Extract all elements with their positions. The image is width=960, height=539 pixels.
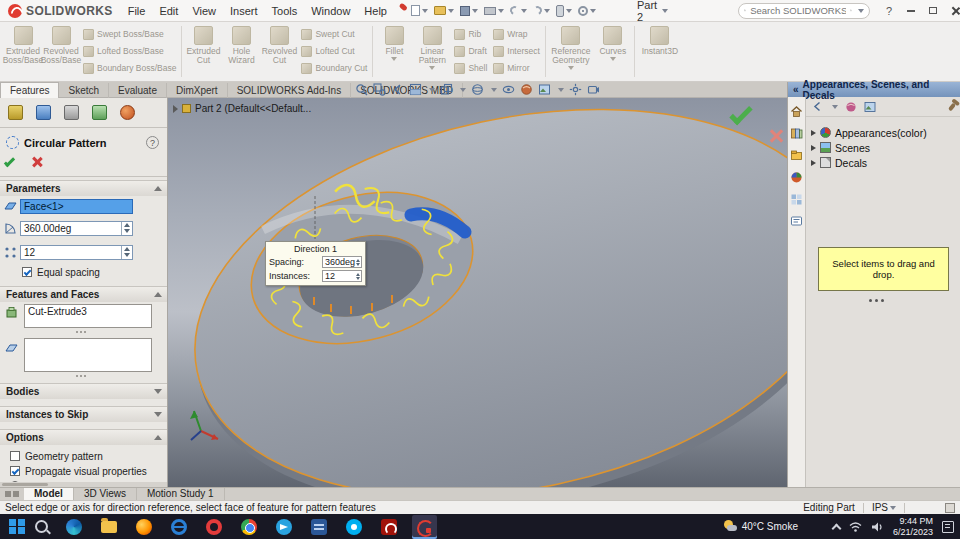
- taskbar-clock[interactable]: 9:44 PM 6/21/2023: [893, 516, 933, 538]
- chevron-down-icon[interactable]: [460, 88, 466, 92]
- undo-button[interactable]: [510, 6, 527, 15]
- appearances-icon[interactable]: [790, 171, 803, 184]
- taskbar-app-opera[interactable]: [202, 515, 227, 539]
- chevron-down-icon[interactable]: [491, 88, 497, 92]
- tab-scroll-buttons[interactable]: [0, 488, 24, 500]
- swept-cut-button[interactable]: Swept Cut: [301, 27, 367, 42]
- revolved-cut-button[interactable]: Revolved Cut: [260, 22, 298, 81]
- taskbar-app-edge[interactable]: [62, 515, 87, 539]
- hole-wizard-button[interactable]: Hole Wizard: [222, 22, 260, 81]
- pane-splitter-grip[interactable]: [869, 299, 884, 302]
- chevron-down-icon[interactable]: [832, 105, 838, 109]
- tab-3d-views[interactable]: 3D Views: [74, 488, 137, 500]
- apply-scene-icon[interactable]: [538, 83, 551, 96]
- tree-item-scenes[interactable]: Scenes: [806, 140, 960, 155]
- lofted-boss-base-button[interactable]: Lofted Boss/Base: [83, 44, 176, 59]
- display-manager-tab-icon[interactable]: [120, 105, 135, 120]
- confirmation-cancel-icon[interactable]: [768, 128, 783, 143]
- custom-properties-icon[interactable]: [790, 193, 803, 206]
- angle-spinner[interactable]: [121, 222, 132, 235]
- draft-button[interactable]: Draft: [454, 44, 487, 59]
- taskbar-app-acrobat[interactable]: [377, 515, 402, 539]
- hide-show-items-icon[interactable]: [502, 83, 515, 96]
- status-sheet-icon[interactable]: [945, 503, 955, 513]
- chevron-down-icon[interactable]: [890, 506, 896, 510]
- previous-view-icon[interactable]: [391, 83, 404, 96]
- taskbar-app-word[interactable]: [307, 515, 332, 539]
- menu-window[interactable]: Window: [304, 5, 357, 17]
- print-button[interactable]: [484, 7, 504, 15]
- menu-file[interactable]: File: [121, 5, 153, 17]
- section-instances-to-skip[interactable]: Instances to Skip: [0, 406, 168, 422]
- tree-item-decals[interactable]: Decals: [806, 155, 960, 170]
- new-document-button[interactable]: [411, 5, 428, 16]
- list-resize-grip[interactable]: [76, 375, 86, 377]
- chevron-down-icon[interactable]: [558, 88, 564, 92]
- instances-field[interactable]: 12: [322, 270, 362, 282]
- fillet-button[interactable]: Fillet: [375, 22, 413, 81]
- taskbar-app-firefox[interactable]: [132, 515, 157, 539]
- instances-spinner[interactable]: [356, 273, 361, 280]
- taskbar-search-icon[interactable]: [35, 520, 48, 533]
- propagate-visual-properties-checkbox[interactable]: [10, 466, 20, 476]
- count-spinner[interactable]: [121, 246, 132, 259]
- viewport-feature-tree[interactable]: Part 2 (Default<<Default...: [173, 103, 311, 114]
- forum-icon[interactable]: [790, 215, 803, 228]
- view-orientation-icon[interactable]: [440, 83, 453, 96]
- instant3d-button[interactable]: Instant3D: [637, 22, 683, 81]
- open-button[interactable]: [434, 6, 454, 15]
- design-library-icon[interactable]: [790, 127, 803, 140]
- options-button[interactable]: [578, 6, 596, 16]
- expand-arrow-icon[interactable]: [811, 130, 816, 136]
- feature-manager-tab-icon[interactable]: [8, 105, 23, 120]
- scroll-left-icon[interactable]: [5, 491, 11, 497]
- wrap-button[interactable]: Wrap: [493, 27, 540, 42]
- feature-help-button[interactable]: ?: [146, 136, 159, 149]
- back-arrow-icon[interactable]: [812, 101, 823, 112]
- extruded-boss-base-button[interactable]: Extruded Boss/Base: [4, 22, 42, 81]
- expand-arrow-icon[interactable]: [173, 105, 178, 113]
- display-style-icon[interactable]: [471, 83, 484, 96]
- volume-icon[interactable]: [871, 521, 884, 533]
- save-button[interactable]: [460, 6, 478, 16]
- taskbar-app-telegram[interactable]: [272, 515, 297, 539]
- ok-check-icon[interactable]: [4, 156, 15, 167]
- boundary-cut-button[interactable]: Boundary Cut: [301, 61, 367, 76]
- boundary-boss-base-button[interactable]: Boundary Boss/Base: [83, 61, 176, 76]
- scene-icon[interactable]: [864, 101, 876, 113]
- section-view-icon[interactable]: [409, 83, 422, 96]
- zoom-area-icon[interactable]: [373, 83, 386, 96]
- tab-motion-study-1[interactable]: Motion Study 1: [137, 488, 225, 500]
- collapse-icon[interactable]: «: [793, 84, 799, 95]
- linear-pattern-button[interactable]: Linear Pattern: [413, 22, 451, 81]
- wifi-icon[interactable]: [849, 521, 862, 533]
- weather-widget[interactable]: 40°C Smoke: [724, 520, 798, 533]
- minimize-button[interactable]: [900, 2, 922, 20]
- menu-tools[interactable]: Tools: [265, 5, 305, 17]
- units-selector[interactable]: IPS: [872, 502, 888, 513]
- rib-button[interactable]: Rib: [454, 27, 487, 42]
- cancel-x-icon[interactable]: [31, 156, 42, 167]
- redo-button[interactable]: [533, 6, 550, 15]
- taskbar-app-solidworks[interactable]: [412, 515, 437, 539]
- property-manager-tab-icon[interactable]: [36, 105, 51, 120]
- extruded-cut-button[interactable]: Extruded Cut: [184, 22, 222, 81]
- menu-view[interactable]: View: [185, 5, 223, 17]
- equal-spacing-checkbox[interactable]: [22, 267, 32, 277]
- pin-menu-icon[interactable]: [395, 7, 401, 14]
- revolved-boss-base-button[interactable]: Revolved Boss/Base: [42, 22, 80, 81]
- direction-reference-field[interactable]: Face<1>: [20, 199, 133, 214]
- tab-solidworks-add-ins[interactable]: SOLIDWORKS Add-Ins: [228, 83, 351, 99]
- pushpin-icon[interactable]: [948, 102, 956, 111]
- dimxpert-manager-tab-icon[interactable]: [92, 105, 107, 120]
- chevron-up-icon[interactable]: [832, 523, 842, 533]
- maximize-button[interactable]: [922, 2, 944, 20]
- section-features-and-faces[interactable]: Features and Faces: [0, 286, 168, 302]
- tab-features[interactable]: Features: [0, 82, 59, 98]
- tab-model[interactable]: Model: [24, 488, 74, 500]
- expand-arrow-icon[interactable]: [811, 145, 816, 151]
- taskbar-app-chrome[interactable]: [237, 515, 262, 539]
- tab-sketch[interactable]: Sketch: [59, 83, 109, 99]
- taskbar-app-internet-explorer[interactable]: [167, 515, 192, 539]
- shell-button[interactable]: Shell: [454, 61, 487, 76]
